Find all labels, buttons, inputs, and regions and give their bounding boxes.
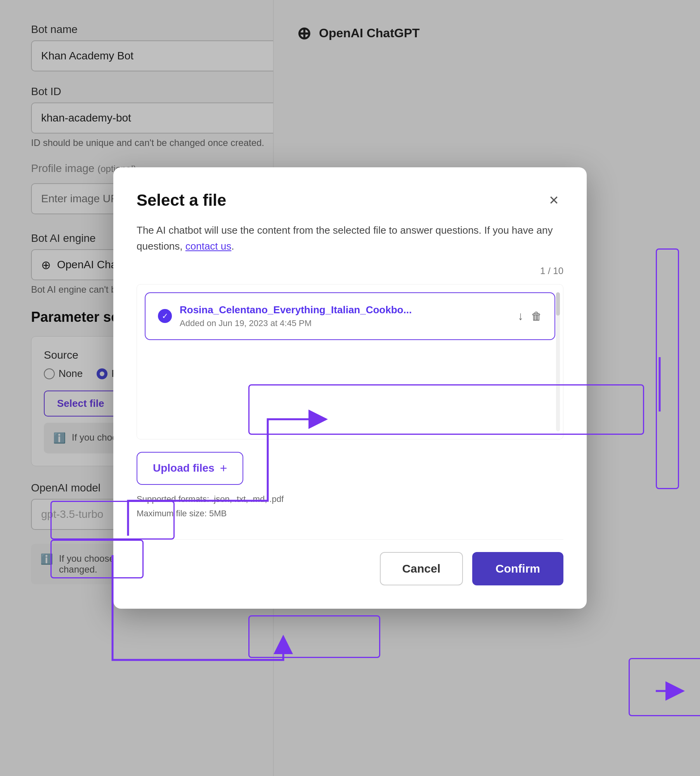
modal-footer: Cancel Confirm bbox=[137, 539, 563, 585]
modal-title: Select a file bbox=[137, 191, 226, 210]
select-file-modal: Select a file ✕ The AI chatbot will use … bbox=[113, 167, 587, 609]
pagination: 1 / 10 bbox=[137, 266, 563, 276]
formats-hint: Supported formats: .json, .txt, .md, .pd… bbox=[137, 492, 563, 521]
contact-us-link[interactable]: contact us bbox=[185, 240, 232, 252]
file-name: Rosina_Celentano_Everything_Italian_Cook… bbox=[180, 304, 510, 316]
plus-icon: + bbox=[220, 461, 227, 476]
upload-files-label: Upload files bbox=[153, 462, 215, 474]
file-actions: ↓ 🗑 bbox=[518, 309, 542, 323]
file-download-button[interactable]: ↓ bbox=[518, 309, 523, 323]
file-info: Rosina_Celentano_Everything_Italian_Cook… bbox=[180, 304, 510, 328]
cancel-button[interactable]: Cancel bbox=[380, 552, 463, 585]
modal-description: The AI chatbot will use the content from… bbox=[137, 222, 563, 255]
scrollbar-thumb[interactable] bbox=[556, 292, 560, 316]
modal-header: Select a file ✕ bbox=[137, 191, 563, 210]
download-icon: ↓ bbox=[518, 309, 523, 322]
files-scroll-area: ✓ Rosina_Celentano_Everything_Italian_Co… bbox=[137, 284, 563, 439]
close-icon: ✕ bbox=[549, 193, 559, 208]
file-delete-button[interactable]: 🗑 bbox=[531, 310, 542, 323]
file-selected-check: ✓ bbox=[158, 309, 172, 323]
modal-overlay: Select a file ✕ The AI chatbot will use … bbox=[0, 0, 700, 776]
trash-icon: 🗑 bbox=[531, 310, 542, 322]
scrollbar-track[interactable] bbox=[556, 292, 560, 431]
file-list-item[interactable]: ✓ Rosina_Celentano_Everything_Italian_Co… bbox=[145, 292, 555, 340]
check-icon: ✓ bbox=[162, 311, 168, 321]
confirm-button[interactable]: Confirm bbox=[472, 552, 563, 585]
file-date: Added on Jun 19, 2023 at 4:45 PM bbox=[180, 318, 510, 328]
upload-files-button[interactable]: Upload files + bbox=[137, 452, 243, 485]
modal-close-button[interactable]: ✕ bbox=[544, 191, 563, 210]
